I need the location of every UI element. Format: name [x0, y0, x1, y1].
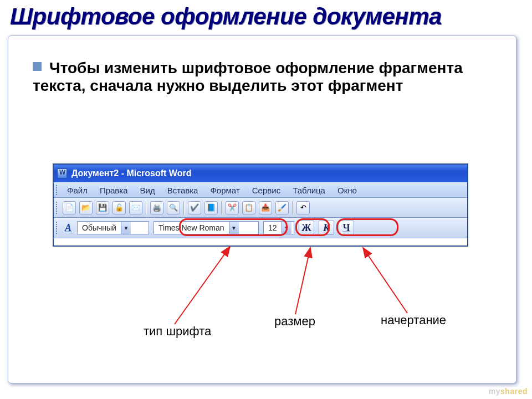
print-button[interactable]: 🖨️: [150, 201, 163, 214]
copy-button[interactable]: 📋: [242, 201, 255, 214]
chevron-down-icon[interactable]: ▼: [229, 222, 239, 234]
word-app-icon: [57, 168, 67, 178]
toolbar-grip-icon: [56, 202, 58, 214]
svg-line-2: [295, 248, 310, 314]
open-button[interactable]: 📂: [79, 201, 93, 214]
toolbar-separator: [183, 201, 185, 214]
watermark-part-a: my: [489, 387, 500, 396]
spellcheck-button[interactable]: ✔️: [188, 201, 201, 214]
paste-button[interactable]: 📥: [259, 201, 272, 214]
research-button[interactable]: 📘: [204, 201, 218, 214]
new-doc-button[interactable]: 📄: [63, 201, 76, 214]
menu-bar: Файл Правка Вид Вставка Формат Сервис Та…: [54, 182, 467, 198]
callout-font-type: тип шрифта: [144, 324, 211, 339]
bold-button[interactable]: Ж: [299, 221, 314, 235]
standard-toolbar: 📄 📂 💾 🔓 ✉️ 🖨️ 🔍 ✔️ 📘 ✂️ 📋 📥 🖌️ ↶: [54, 198, 467, 218]
menu-insert[interactable]: Вставка: [162, 185, 204, 196]
toolbar-grip-icon: [56, 222, 58, 234]
underline-button[interactable]: Ч: [339, 221, 354, 235]
italic-button[interactable]: К: [319, 221, 334, 235]
format-painter-button[interactable]: 🖌️: [275, 201, 289, 214]
font-size-combo[interactable]: 12 ▼: [263, 221, 294, 234]
toolbar-separator: [292, 201, 293, 214]
formatting-toolbar: A Обычный ▼ Times New Roman ▼ 12 ▼ Ж К Ч: [54, 218, 467, 238]
svg-line-1: [175, 247, 230, 324]
menu-window[interactable]: Окно: [332, 185, 362, 196]
content-frame: Чтобы изменить шрифтовое оформление фраг…: [8, 35, 516, 383]
style-pane-icon[interactable]: A: [64, 222, 73, 234]
print-preview-button[interactable]: 🔍: [167, 201, 180, 214]
menu-table[interactable]: Таблица: [287, 185, 331, 196]
bullet-icon: [33, 62, 42, 71]
bullet-text: Чтобы изменить шрифтовое оформление фраг…: [33, 59, 463, 94]
document-area: [54, 238, 467, 245]
toolbar-separator: [221, 201, 222, 214]
slide-title: Шрифтовое оформление документа: [10, 3, 442, 30]
watermark: myshared: [489, 387, 528, 396]
save-button[interactable]: 💾: [96, 201, 109, 214]
callout-style: начертание: [381, 313, 446, 328]
chevron-down-icon[interactable]: ▼: [282, 222, 291, 234]
callout-size: размер: [274, 314, 315, 329]
menu-edit[interactable]: Правка: [94, 185, 134, 196]
chevron-down-icon[interactable]: ▼: [121, 222, 131, 234]
font-size-value: 12: [264, 223, 282, 232]
word-window: Документ2 - Microsoft Word Файл Правка В…: [53, 163, 468, 247]
menu-file[interactable]: Файл: [62, 185, 93, 196]
permission-button[interactable]: 🔓: [112, 201, 126, 214]
menu-grip-icon: [56, 185, 58, 195]
svg-line-3: [363, 248, 407, 313]
word-title-text: Документ2 - Microsoft Word: [71, 168, 191, 178]
bullet-paragraph: Чтобы изменить шрифтовое оформление фраг…: [33, 59, 494, 95]
style-combo-value: Обычный: [78, 223, 121, 232]
menu-format[interactable]: Формат: [204, 185, 245, 196]
watermark-part-b: shared: [500, 387, 528, 396]
menu-tools[interactable]: Сервис: [247, 185, 286, 196]
mail-button[interactable]: ✉️: [129, 201, 142, 214]
font-combo-value: Times New Roman: [154, 223, 229, 232]
cut-button[interactable]: ✂️: [226, 201, 239, 214]
font-combo[interactable]: Times New Roman ▼: [154, 221, 259, 234]
style-combo[interactable]: Обычный ▼: [77, 221, 149, 234]
undo-button[interactable]: ↶: [296, 201, 310, 214]
toolbar-separator: [146, 201, 147, 214]
menu-view[interactable]: Вид: [135, 185, 161, 196]
word-titlebar: Документ2 - Microsoft Word: [54, 165, 467, 182]
